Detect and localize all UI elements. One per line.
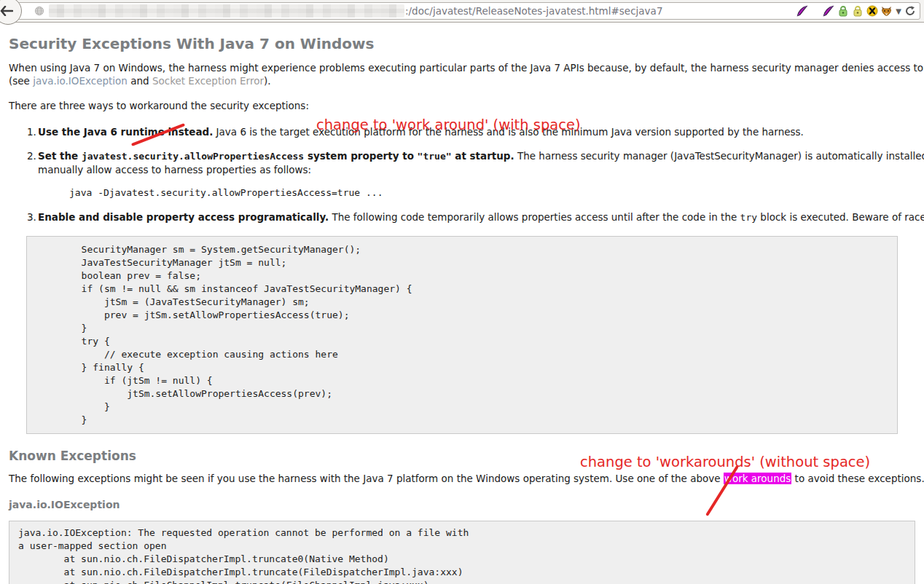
chevron-down-icon[interactable]: ▼: [896, 7, 901, 15]
three-ways-line: There are three ways to workaround the s…: [9, 100, 924, 113]
feather-icon[interactable]: [796, 5, 808, 17]
list-item: 2.Set the javatest.security.allowPropert…: [38, 149, 924, 200]
intro-line1: When using Java 7 on Windows, the harnes…: [9, 62, 924, 75]
ioexception-subheading: java.io.IOException: [9, 499, 924, 510]
stacktrace-code-block: java.io.IOException: The requested opera…: [9, 521, 915, 584]
page-title: Security Exceptions With Java 7 on Windo…: [9, 35, 924, 52]
browser-toolbar: :/doc/javatest/ReleaseNotes-javatest.htm…: [0, 0, 924, 23]
reload-icon[interactable]: [904, 5, 916, 17]
workaround-list: 1.Use the Java 6 runtime instead. Java 6…: [38, 125, 924, 224]
url-input[interactable]: :/doc/javatest/ReleaseNotes-javatest.htm…: [17, 2, 920, 20]
command-line: java -Djavatest.security.allowProperties…: [69, 186, 924, 200]
redacted-url-segment: [49, 4, 404, 17]
green-lock-icon[interactable]: [837, 5, 849, 17]
back-button[interactable]: [0, 0, 22, 25]
java-io-ioexception-link[interactable]: java.io.IOException: [33, 75, 128, 87]
blocked-x-icon[interactable]: [866, 5, 878, 17]
back-arrow-icon: [0, 6, 13, 16]
annotation-note-2: change to 'workarounds' (without space): [580, 454, 870, 470]
known-exceptions-paragraph: The following exceptions might be seen i…: [9, 473, 924, 486]
feather-icon[interactable]: [822, 5, 834, 17]
intro-line2: (see java.io.IOException and Socket Exce…: [9, 75, 924, 88]
java-code-block: SecurityManager sm = System.getSecurityM…: [26, 236, 898, 434]
socket-exception-error-link[interactable]: Socket Exception Error: [152, 75, 264, 87]
list-item: 3.Enable and disable property access pro…: [38, 210, 924, 224]
url-text: :/doc/javatest/ReleaseNotes-javatest.htm…: [405, 5, 662, 17]
intro-paragraph: When using Java 7 on Windows, the harnes…: [9, 62, 924, 87]
yellow-lock-icon[interactable]: [851, 5, 864, 17]
page-content: Security Exceptions With Java 7 on Windo…: [0, 35, 924, 584]
annotation-note-1: change to 'work around' (with space): [316, 117, 581, 133]
globe-icon: [34, 6, 44, 16]
fox-icon[interactable]: [880, 5, 893, 17]
